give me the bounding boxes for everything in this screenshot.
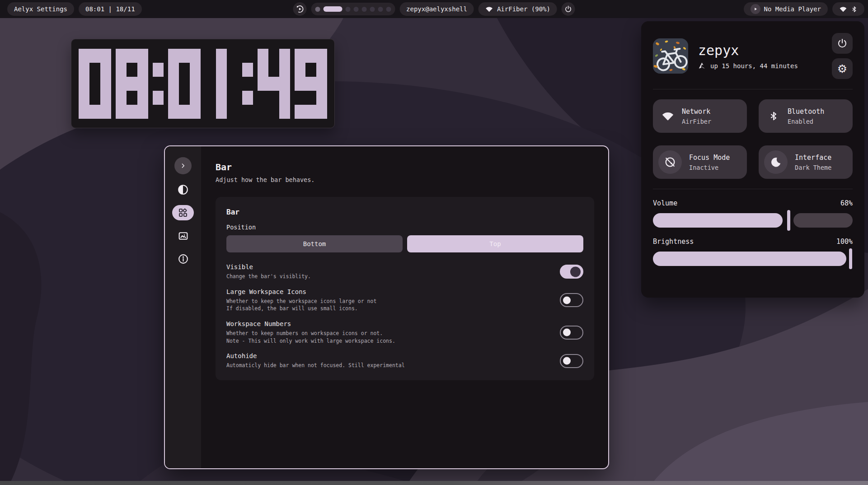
setting-description: Whether to keep the workspace icons larg… bbox=[226, 298, 376, 312]
wifi-icon bbox=[485, 5, 493, 13]
card-title: Interface bbox=[795, 154, 831, 162]
username: zepyx bbox=[698, 42, 832, 58]
setting-row-large-workspace-icons: Large Workspace Icons Whether to keep th… bbox=[226, 288, 583, 312]
card-text: Focus Mode Inactive bbox=[689, 154, 730, 171]
workspace-empty-dot[interactable] bbox=[345, 7, 350, 12]
sidebar-item-appearance[interactable] bbox=[172, 182, 194, 197]
autohide-toggle[interactable] bbox=[560, 354, 583, 368]
arch-linux-icon bbox=[698, 62, 706, 70]
user-header: zepyx up 15 hours, 44 minutes bbox=[653, 33, 853, 79]
user-host-pill[interactable]: zepyx@aelyxshell bbox=[399, 2, 474, 16]
workspace-empty-dot[interactable] bbox=[353, 7, 358, 12]
clock-widget bbox=[71, 39, 335, 128]
brightness-slider[interactable] bbox=[653, 252, 853, 266]
slider-handle[interactable] bbox=[849, 248, 852, 269]
visible-toggle[interactable] bbox=[560, 265, 583, 279]
moon-icon bbox=[764, 150, 788, 174]
slider-label: Brightness bbox=[653, 238, 694, 246]
interface-theme-card[interactable]: Interface Dark Theme bbox=[759, 145, 853, 179]
volume-slider-block: Volume 68% bbox=[653, 199, 853, 228]
active-app-pill[interactable]: Aelyx Settings bbox=[7, 2, 74, 16]
top-bar-center: zepyx@aelyxshell AirFiber (90%) bbox=[293, 2, 575, 16]
large-workspace-icons-toggle[interactable] bbox=[560, 293, 583, 307]
active-app-label: Aelyx Settings bbox=[14, 5, 67, 13]
focus-mode-card[interactable]: Focus Mode Inactive bbox=[653, 145, 747, 179]
bluetooth-icon bbox=[851, 5, 858, 13]
setting-label: Workspace Numbers bbox=[226, 320, 395, 327]
card-subtitle: Dark Theme bbox=[795, 164, 831, 171]
position-top-button[interactable]: Top bbox=[407, 235, 583, 252]
card-text: Bluetooth Enabled bbox=[788, 107, 824, 125]
slider-head: Brightness 100% bbox=[653, 238, 853, 246]
bluetooth-card[interactable]: Bluetooth Enabled bbox=[759, 99, 853, 133]
shutdown-button[interactable] bbox=[832, 33, 853, 54]
slider-rest bbox=[793, 213, 853, 228]
position-label: Position bbox=[226, 224, 583, 231]
workspace-occupied-dot[interactable] bbox=[315, 7, 320, 12]
wifi-icon bbox=[661, 109, 675, 123]
volume-slider[interactable] bbox=[653, 213, 853, 228]
card-title: Bluetooth bbox=[788, 107, 824, 116]
top-bar-left: Aelyx Settings 08:01 | 18/11 bbox=[7, 2, 142, 16]
network-card[interactable]: Network AirFiber bbox=[653, 99, 747, 133]
slider-value: 68% bbox=[840, 199, 853, 207]
sidebar-item-wallpaper[interactable] bbox=[172, 228, 194, 243]
workspace-active-dot[interactable] bbox=[323, 6, 342, 12]
record-play-icon bbox=[295, 5, 304, 14]
position-bottom-button[interactable]: Bottom bbox=[226, 235, 403, 252]
slider-fill bbox=[653, 213, 783, 228]
setting-row-autohide: Autohide Automaticly hide bar when not f… bbox=[226, 352, 583, 369]
setting-label: Large Workspace Icons bbox=[226, 288, 376, 295]
workspace-indicator[interactable] bbox=[311, 3, 395, 15]
setting-text: Visible Change the bar's visiblity. bbox=[226, 263, 311, 280]
card-title: Bar bbox=[226, 208, 583, 216]
connectivity-pill[interactable] bbox=[832, 2, 864, 16]
user-identity: zepyx up 15 hours, 44 minutes bbox=[698, 42, 832, 70]
sidebar-item-about[interactable] bbox=[172, 251, 194, 266]
focus-off-icon bbox=[658, 150, 682, 174]
clock-digits bbox=[76, 49, 329, 119]
card-title: Focus Mode bbox=[689, 154, 730, 162]
position-segmented-control: Bottom Top bbox=[226, 235, 583, 252]
slider-handle[interactable] bbox=[787, 210, 790, 231]
card-title: Network bbox=[682, 107, 711, 116]
card-subtitle: Enabled bbox=[788, 118, 824, 125]
card-text: Interface Dark Theme bbox=[795, 154, 831, 171]
setting-text: Workspace Numbers Whether to keep number… bbox=[226, 320, 395, 345]
toggle-knob bbox=[563, 329, 571, 336]
wifi-icon bbox=[839, 5, 847, 13]
datetime-label: 08:01 | 18/11 bbox=[85, 5, 135, 13]
network-pill[interactable]: AirFiber (90%) bbox=[479, 2, 557, 16]
sidebar-expand-button[interactable] bbox=[174, 157, 192, 174]
media-play-icon bbox=[751, 4, 760, 14]
power-menu-button[interactable] bbox=[562, 2, 575, 16]
workspace-empty-dot[interactable] bbox=[361, 7, 366, 12]
media-player-pill[interactable]: No Media Player bbox=[744, 2, 828, 16]
card-subtitle: AirFiber bbox=[682, 118, 711, 125]
workspace-empty-dot[interactable] bbox=[378, 7, 383, 12]
workspace-empty-dot[interactable] bbox=[370, 7, 375, 12]
session-actions: ⚙ bbox=[832, 33, 853, 79]
slider-label: Volume bbox=[653, 199, 677, 207]
avatar bbox=[653, 38, 688, 74]
settings-sidebar bbox=[165, 146, 201, 468]
idle-inhibitor-button[interactable] bbox=[293, 2, 306, 16]
page-subtitle: Adjust how the bar behaves. bbox=[216, 176, 594, 183]
setting-description: Change the bar's visiblity. bbox=[226, 273, 311, 280]
settings-button[interactable]: ⚙ bbox=[832, 58, 853, 79]
toggle-knob bbox=[563, 357, 571, 365]
toggle-knob bbox=[563, 296, 571, 304]
sidebar-item-bar[interactable] bbox=[172, 205, 194, 220]
card-subtitle: Inactive bbox=[689, 164, 730, 171]
workspace-numbers-toggle[interactable] bbox=[560, 326, 583, 340]
quick-toggle-grid: Network AirFiber Bluetooth Enabled bbox=[653, 99, 853, 179]
setting-description: Automaticly hide bar when not focused. S… bbox=[226, 362, 405, 369]
uptime-label: up 15 hours, 44 minutes bbox=[710, 62, 798, 70]
hidden-bar-edge[interactable] bbox=[0, 481, 868, 485]
datetime-pill[interactable]: 08:01 | 18/11 bbox=[79, 2, 142, 16]
user-host-label: zepyx@aelyxshell bbox=[406, 5, 467, 13]
setting-label: Visible bbox=[226, 263, 311, 270]
slider-value: 100% bbox=[836, 238, 853, 246]
workspace-empty-dot[interactable] bbox=[386, 7, 391, 12]
setting-label: Autohide bbox=[226, 352, 405, 359]
